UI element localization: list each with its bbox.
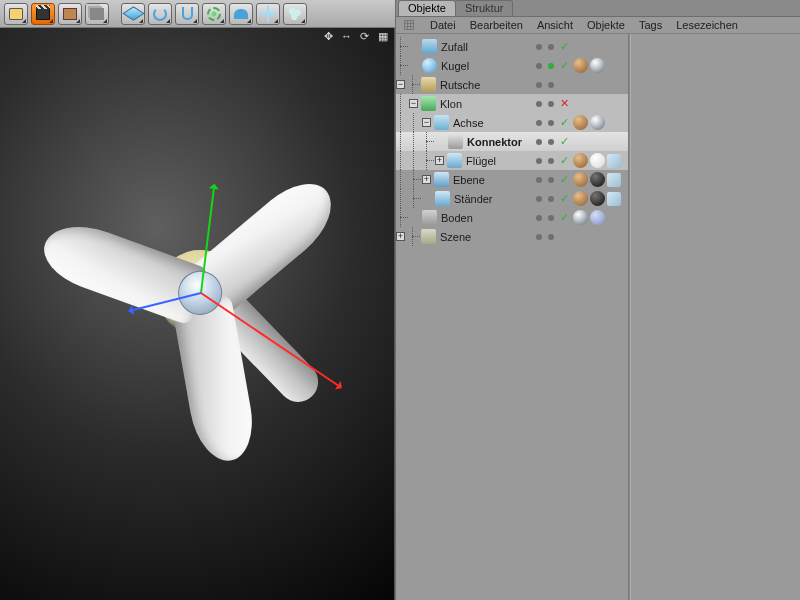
gear-icon xyxy=(207,7,221,21)
obj-label: Konnektor xyxy=(467,136,522,148)
tag-icon[interactable] xyxy=(573,172,588,187)
polygon-icon xyxy=(435,191,450,206)
panel-right-area xyxy=(631,34,800,600)
expand-toggle[interactable]: + xyxy=(422,175,431,184)
folder-icon xyxy=(9,8,23,20)
obj-label: Achse xyxy=(453,117,484,129)
obj-label: Flügel xyxy=(466,155,496,167)
tag-icon[interactable] xyxy=(590,210,605,225)
obj-label: Kugel xyxy=(441,60,469,72)
spline-button[interactable] xyxy=(148,3,172,25)
tag-icon[interactable] xyxy=(573,58,588,73)
tag-icon[interactable] xyxy=(607,192,621,206)
vp-move-icon[interactable]: ✥ xyxy=(323,30,336,43)
animate-button[interactable] xyxy=(31,3,55,25)
viewport-handles: ✥ ↔ ⟳ ▦ xyxy=(323,30,390,43)
object-manager: Objekte Struktur Datei Bearbeiten Ansich… xyxy=(395,0,800,600)
menu-tags[interactable]: Tags xyxy=(639,19,662,31)
plane-icon xyxy=(434,172,449,187)
spiral-icon xyxy=(153,7,167,21)
obj-label: Klon xyxy=(440,98,462,110)
tag-icon[interactable] xyxy=(590,172,605,187)
menu-bookmarks[interactable]: Lesezeichen xyxy=(676,19,738,31)
obj-label: Szene xyxy=(440,231,471,243)
film-icon xyxy=(63,8,77,20)
collapse-toggle[interactable]: − xyxy=(422,118,431,127)
obj-label: Boden xyxy=(441,212,473,224)
expand-toggle[interactable]: + xyxy=(396,232,405,241)
stage-icon xyxy=(421,229,436,244)
primitive-button[interactable] xyxy=(121,3,145,25)
panel-menubar: Datei Bearbeiten Ansicht Objekte Tags Le… xyxy=(396,17,800,34)
expand-toggle[interactable]: + xyxy=(435,156,444,165)
connector-icon xyxy=(448,134,463,149)
obj-label: Rutsche xyxy=(440,79,480,91)
generator-button[interactable] xyxy=(175,3,199,25)
tag-icon[interactable] xyxy=(573,153,588,168)
obj-label: Ständer xyxy=(454,193,493,205)
sphere-icon xyxy=(422,58,437,73)
tag-icon[interactable] xyxy=(590,115,605,130)
menu-objects[interactable]: Objekte xyxy=(587,19,625,31)
floor-icon xyxy=(422,210,437,225)
tag-icon[interactable] xyxy=(573,210,588,225)
tag-icon[interactable] xyxy=(607,154,621,168)
bend-icon xyxy=(234,9,248,19)
scene-button[interactable] xyxy=(256,3,280,25)
3d-viewport[interactable]: ✥ ↔ ⟳ ▦ xyxy=(0,28,395,600)
tag-icon[interactable] xyxy=(607,173,621,187)
glass-icon xyxy=(182,7,193,20)
tag-icon[interactable] xyxy=(573,191,588,206)
clapper-icon xyxy=(36,8,50,20)
folder-button[interactable] xyxy=(4,3,28,25)
deformer-button[interactable] xyxy=(229,3,253,25)
stack-icon xyxy=(90,8,104,20)
menu-view[interactable]: Ansicht xyxy=(537,19,573,31)
particle-button[interactable] xyxy=(283,3,307,25)
main-toolbar xyxy=(0,0,395,28)
collapse-toggle[interactable]: − xyxy=(409,99,418,108)
spline-icon xyxy=(421,77,436,92)
tag-icon[interactable] xyxy=(590,153,605,168)
layers-button[interactable] xyxy=(85,3,109,25)
render-button[interactable] xyxy=(58,3,82,25)
particles-icon xyxy=(288,7,302,21)
cloner-icon xyxy=(421,96,436,111)
mograph-button[interactable] xyxy=(202,3,226,25)
panel-tabbar: Objekte Struktur xyxy=(396,0,800,17)
tab-structure[interactable]: Struktur xyxy=(455,0,514,16)
menu-file[interactable]: Datei xyxy=(430,19,456,31)
obj-label: Ebene xyxy=(453,174,485,186)
vp-orbit-icon[interactable]: ⟳ xyxy=(359,30,372,43)
tag-icon[interactable] xyxy=(590,58,605,73)
vp-pan-icon[interactable]: ↔ xyxy=(341,30,354,42)
polygon-icon xyxy=(447,153,462,168)
collapse-toggle[interactable]: − xyxy=(396,80,405,89)
tag-icon[interactable] xyxy=(590,191,605,206)
random-effector-icon xyxy=(422,39,437,54)
tab-objects[interactable]: Objekte xyxy=(398,0,456,16)
obj-label: Zufall xyxy=(441,41,468,53)
null-icon xyxy=(434,115,449,130)
tag-icon[interactable] xyxy=(573,115,588,130)
grip-icon[interactable] xyxy=(404,20,414,30)
vp-layout-icon[interactable]: ▦ xyxy=(377,30,390,43)
menu-edit[interactable]: Bearbeiten xyxy=(470,19,523,31)
